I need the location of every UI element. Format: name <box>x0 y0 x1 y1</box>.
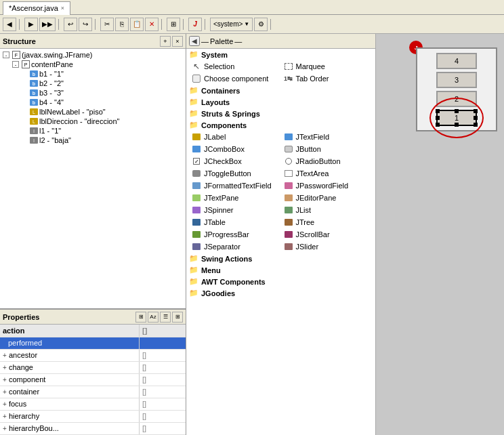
palette-item-jtable[interactable]: JTable <box>189 216 281 228</box>
toolbar-run-btn[interactable]: ▶ <box>24 18 38 31</box>
tree-row-b4[interactable]: b b4 - "4" <box>1 98 184 107</box>
prop-row-container[interactable]: + container [] <box>0 386 186 398</box>
toolbar-settings-btn[interactable]: ⚙ <box>254 18 268 31</box>
palette-item-jlist[interactable]: JList <box>281 204 373 216</box>
tree-row-l2[interactable]: l l2 - "baja" <box>1 136 184 145</box>
palette-back-btn[interactable]: ◀ <box>189 36 200 46</box>
canvas-button-1-label: 1 <box>455 114 459 122</box>
props-sort-alpha-btn[interactable]: Az <box>148 312 159 323</box>
prop-row-hierarchy[interactable]: + hierarchy [] <box>0 410 186 422</box>
palette-item-jtextpane[interactable]: JTextPane <box>189 192 281 204</box>
tree-row-lblnewlabel[interactable]: L lblNewLabel - "piso" <box>1 107 184 117</box>
marquee-icon <box>284 62 293 71</box>
jcheckbox-icon: ✓ <box>192 157 201 166</box>
toolbar-redo-btn[interactable]: ↪ <box>79 18 92 31</box>
tree-label-lbldireccion: lblDireccion - "direccion" <box>39 117 119 125</box>
palette-item-jseparator[interactable]: JSeparator <box>189 241 281 253</box>
tree-row-b2[interactable]: b b2 - "2" <box>1 79 184 88</box>
prop-row-hierarchybou[interactable]: + hierarchyBou... [] <box>0 422 186 434</box>
canvas-button-1[interactable]: 1 <box>436 110 477 126</box>
props-expand-btn[interactable]: ⊞ <box>172 312 183 323</box>
expand-contentpane[interactable] <box>12 61 19 68</box>
toolbar-run2-btn[interactable]: ▶▶ <box>39 18 56 31</box>
toolbar-copy-btn[interactable]: ⎘ <box>115 18 129 31</box>
palette-item-taborder[interactable]: 1↹ Tab Order <box>281 72 373 85</box>
palette-item-marquee[interactable]: Marquee <box>281 60 373 72</box>
canvas-button-4-label: 4 <box>455 57 459 65</box>
toolbar-java-btn[interactable]: J <box>188 18 202 31</box>
file-tab[interactable]: *Ascensor.java × <box>3 1 70 15</box>
palette-item-jtree[interactable]: JTree <box>281 216 373 228</box>
palette-section-layouts: 📁 Layouts <box>186 96 375 108</box>
props-filter-btn[interactable]: ⊞ <box>135 312 146 323</box>
palette-item-jcheckbox[interactable]: ✓ JCheckBox <box>189 155 281 167</box>
folder-swingactions-icon: 📁 <box>189 254 198 263</box>
prop-row-ancestor[interactable]: + ancestor [] <box>0 349 186 361</box>
handle-br <box>474 123 478 127</box>
palette-item-jseparator-label: JSeparator <box>204 243 240 251</box>
system-dropdown[interactable]: <system> ▼ <box>210 18 253 31</box>
palette-item-choose-label: Choose component <box>204 75 268 83</box>
props-sort-group-btn[interactable]: ☰ <box>160 312 171 323</box>
expand-jframe[interactable] <box>3 51 9 58</box>
palette-item-jtextarea[interactable]: JTextArea <box>281 167 373 180</box>
prop-row-performed[interactable]: performed <box>0 337 186 349</box>
tab-close-icon[interactable]: × <box>61 5 64 12</box>
toolbar-undo-btn[interactable]: ↩ <box>64 18 77 31</box>
folder-jgoodies-icon: 📁 <box>189 289 198 297</box>
jpasswordfield-icon <box>284 181 293 190</box>
palette-item-jtextfield[interactable]: JTextField <box>281 131 373 143</box>
palette-item-jlist-label: JList <box>296 206 312 214</box>
palette-item-selection-label: Selection <box>204 62 234 70</box>
tree-label-l2: l2 - "baja" <box>39 136 71 144</box>
structure-toolbar: + × <box>160 36 183 47</box>
palette-item-jslider[interactable]: JSlider <box>281 241 373 253</box>
palette-item-jformattedtextfield-label: JFormattedTextField <box>204 182 272 190</box>
prop-row-component[interactable]: + component [] <box>0 373 186 386</box>
toolbar-cut-btn[interactable]: ✂ <box>100 18 114 31</box>
palette-item-jformattedtextfield[interactable]: JFormattedTextField <box>189 180 281 192</box>
expand-b2 <box>20 80 27 87</box>
tree-row-contentpane[interactable]: P contentPane <box>1 60 184 69</box>
palette-item-jscrollbar[interactable]: JScrollBar <box>281 228 373 241</box>
palette-section-containers-label: Containers <box>201 87 240 95</box>
tree-row-jframe[interactable]: F (javax.swing.JFrame) <box>1 50 184 60</box>
structure-add-btn[interactable]: + <box>160 36 171 47</box>
palette-item-choose[interactable]: Choose component <box>189 72 281 85</box>
top-right: ◀ — Palette — 📁 System <box>186 34 504 435</box>
palette-item-jbutton[interactable]: JButton <box>281 143 373 155</box>
palette-item-selection[interactable]: ↖ Selection <box>189 60 281 72</box>
tree-row-b3[interactable]: b b3 - "3" <box>1 88 184 98</box>
structure-remove-btn[interactable]: × <box>172 36 183 47</box>
canvas-button-3[interactable]: 3 <box>436 72 477 88</box>
palette-item-jlabel[interactable]: JLabel <box>189 131 281 143</box>
palette-item-jpasswordfield[interactable]: JPasswordField <box>281 180 373 192</box>
palette-item-jprogressbar[interactable]: JProgressBar <box>189 228 281 241</box>
canvas-button-4[interactable]: 4 <box>436 53 477 69</box>
structure-title: Structure <box>3 37 36 45</box>
icon-jframe: F <box>12 51 20 59</box>
icon-lbldireccion: L <box>30 118 38 125</box>
expand-l1 <box>20 127 27 134</box>
toolbar-back-btn[interactable]: ◀ <box>3 18 16 31</box>
palette-item-jeditorpane[interactable]: JEditorPane <box>281 192 373 204</box>
toolbar-align-btn[interactable]: ⊞ <box>167 18 180 31</box>
left-panel: Structure + × F (javax.swing.JFrame) <box>0 34 186 435</box>
tree-label-lblnewlabel: lblNewLabel - "piso" <box>39 108 106 116</box>
tree-row-b1[interactable]: b b1 - "1" <box>1 69 184 79</box>
palette-content: 📁 System ↖ Selection Marquee <box>186 49 375 435</box>
tree-row-l1[interactable]: l l1 - "1" <box>1 126 184 136</box>
palette-item-jcombobox[interactable]: JComboBox <box>189 143 281 155</box>
toolbar-paste-btn[interactable]: 📋 <box>130 18 144 31</box>
toolbar-sep4 <box>161 19 164 30</box>
canvas-button-2[interactable]: 2 <box>436 91 477 107</box>
toolbar-delete-btn[interactable]: ✕ <box>145 18 159 31</box>
jtextfield-icon <box>284 132 293 142</box>
palette-title: Palette <box>210 37 233 45</box>
palette-item-jtogglebutton[interactable]: JToggleButton <box>189 167 281 180</box>
palette-item-jradiobutton[interactable]: JRadioButton <box>281 155 373 167</box>
prop-row-change[interactable]: + change [] <box>0 361 186 373</box>
palette-item-jspinner[interactable]: JSpinner <box>189 204 281 216</box>
prop-row-focus[interactable]: + focus [] <box>0 398 186 410</box>
tree-row-lbldireccion[interactable]: L lblDireccion - "direccion" <box>1 117 184 126</box>
